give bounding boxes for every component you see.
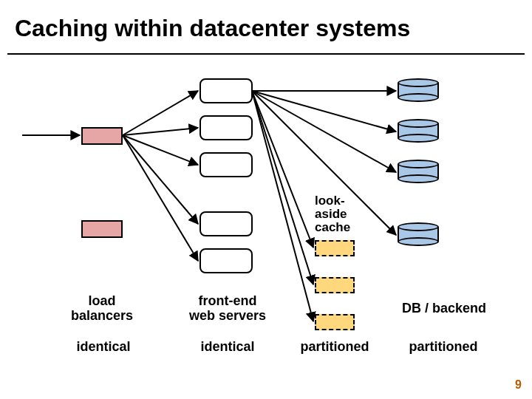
- db-backend-label: DB / backend: [389, 301, 499, 316]
- web-server-4: [200, 211, 253, 236]
- slide: Caching within datacenter systems: [0, 0, 532, 399]
- load-balancers-label: load balancers: [58, 294, 146, 324]
- cache-3: [315, 314, 355, 330]
- partitioned-2-label: partitioned: [399, 340, 488, 355]
- web-server-2: [200, 115, 253, 140]
- web-server-1: [200, 78, 253, 103]
- identical-2-label: identical: [191, 340, 265, 355]
- svg-line-5: [123, 135, 198, 261]
- partitioned-1-label: partitioned: [294, 340, 375, 355]
- title-rule: [7, 53, 525, 55]
- lookaside-label: look- aside cache: [315, 194, 350, 234]
- identical-1-label: identical: [66, 340, 140, 355]
- page-title: Caching within datacenter systems: [15, 15, 410, 42]
- cache-1: [315, 240, 355, 256]
- front-end-label: front-end web servers: [180, 294, 276, 324]
- svg-line-2: [123, 128, 198, 135]
- svg-line-10: [252, 91, 313, 248]
- svg-line-4: [123, 135, 198, 224]
- cache-2: [315, 277, 355, 293]
- load-balancer-2: [81, 220, 123, 238]
- page-number: 9: [515, 378, 522, 392]
- db-2: [398, 119, 439, 141]
- web-server-3: [200, 152, 253, 177]
- svg-line-12: [252, 91, 313, 321]
- web-server-5: [200, 248, 253, 273]
- db-4: [398, 222, 439, 245]
- db-1: [398, 78, 439, 100]
- svg-line-3: [123, 135, 198, 165]
- db-3: [398, 160, 439, 182]
- load-balancer-1: [81, 127, 123, 145]
- svg-line-11: [252, 91, 313, 284]
- svg-line-1: [123, 91, 198, 135]
- svg-line-8: [252, 91, 396, 172]
- svg-line-7: [252, 91, 396, 132]
